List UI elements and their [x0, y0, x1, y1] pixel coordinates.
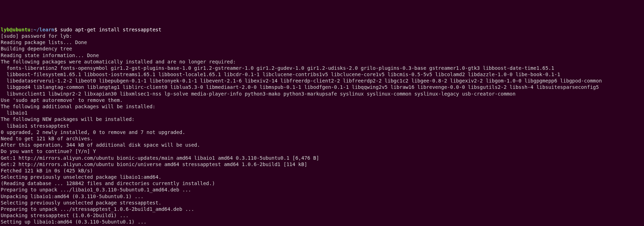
output-line: After this operation, 344 kB of addition…	[1, 142, 643, 148]
output-line: Need to get 121 kB of archives.	[1, 135, 643, 142]
output-line: The following packages were automaticall…	[1, 59, 643, 65]
output-line: Preparing to unpack .../libaio1_0.3.110-…	[1, 187, 643, 193]
prompt-dollar: $	[54, 27, 57, 32]
prompt-path: ~/learn	[34, 27, 54, 32]
output-line: libboost-filesystem1.65.1 libboost-iostr…	[1, 71, 643, 78]
output-line: Fetched 121 kB in 0s (425 kB/s)	[1, 167, 643, 174]
output-line: Preparing to unpack .../stressapptest_1.…	[1, 206, 643, 212]
output-line: Reading package lists... Done	[1, 39, 643, 45]
output-line: Use 'sudo apt autoremove' to remove them…	[1, 97, 643, 103]
output-line: The following additional packages will b…	[1, 103, 643, 110]
output-line: libaio1	[1, 110, 643, 116]
output-line: Unpacking stressapptest (1.0.6-2build1) …	[1, 212, 643, 219]
output-line: Selecting previously unselected package …	[1, 174, 643, 180]
prompt-line-1: lyb@ubuntu:~/learn$ sudo apt-get install…	[1, 27, 161, 32]
output-line: libgpod4 liblangtag-common liblangtag1 l…	[1, 84, 643, 90]
output-line: The following NEW packages will be insta…	[1, 116, 643, 122]
output-line: Reading state information... Done	[1, 52, 643, 59]
command-text: sudo apt-get install stressapptest	[57, 27, 161, 32]
output-line: Unpacking libaio1:amd64 (0.3.110-5ubuntu…	[1, 193, 643, 200]
output-line: libaio1 stressapptest	[1, 123, 643, 129]
output-line: 0 upgraded, 2 newly installed, 0 to remo…	[1, 129, 643, 135]
output-line: fonts-liberation2 fonts-opensymbol gir1.…	[1, 65, 643, 71]
output-line: Get:1 http://mirrors.aliyun.com/ubuntu b…	[1, 155, 643, 161]
output-line: libvncclient1 libwinpr2-2 libxapian30 li…	[1, 91, 643, 97]
output-line: Selecting previously unselected package …	[1, 200, 643, 206]
output-line: Do you want to continue? [Y/n] Y	[1, 148, 643, 154]
output-line: Get:2 http://mirrors.aliyun.com/ubuntu b…	[1, 161, 643, 167]
prompt-user: lyb@ubuntu	[1, 27, 30, 32]
terminal-output[interactable]: lyb@ubuntu:~/learn$ sudo apt-get install…	[1, 26, 643, 226]
output-line: libedataserverui-1.2-2 libeot0 libepubge…	[1, 78, 643, 84]
output-line: (Reading database ... 128842 files and d…	[1, 180, 643, 187]
prompt-colon: :	[30, 27, 33, 32]
output-line: [sudo] password for lyb:	[1, 33, 643, 39]
output-line: Setting up libaio1:amd64 (0.3.110-5ubunt…	[1, 219, 643, 225]
output-line: Building dependency tree	[1, 45, 643, 52]
